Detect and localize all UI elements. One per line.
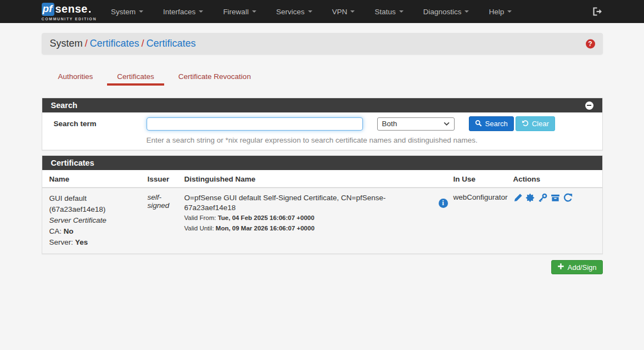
ca-label: CA:: [49, 227, 62, 235]
valid-from-label: Valid From:: [184, 214, 216, 221]
valid-from-line: Valid From: Tue, 04 Feb 2025 16:06:07 +0…: [184, 213, 448, 223]
column-header-distinguished-name: Distinguished Name: [183, 170, 452, 188]
cell-in-use: webConfigurator: [452, 188, 512, 253]
renew-repeat-icon[interactable]: [563, 193, 573, 202]
nav-item-firewall[interactable]: Firewall: [213, 0, 266, 23]
cell-issuer: self-signed: [147, 188, 183, 253]
column-header-name: Name: [42, 170, 147, 188]
undo-icon: [522, 120, 529, 128]
valid-until-label: Valid Until:: [184, 225, 214, 232]
caret-down-icon: [464, 10, 469, 13]
pfsense-logo-pf: pf: [42, 3, 55, 16]
column-header-issuer: Issuer: [147, 170, 183, 188]
nav-item-vpn[interactable]: VPN: [322, 0, 365, 23]
pfsense-logo-tagline: COMMUNITY EDITION: [42, 17, 97, 21]
search-panel-body: Search term Both Search: [42, 112, 602, 150]
caret-down-icon: [199, 10, 203, 13]
tab-bar: Authorities Certificates Certificate Rev…: [42, 69, 603, 86]
certificate-name: GUI default (67a23aef14e18): [49, 193, 142, 215]
edit-pencil-icon[interactable]: [513, 193, 523, 202]
search-type-select[interactable]: Both: [377, 117, 455, 131]
plus-icon: [557, 263, 564, 272]
search-form-row: Search term Both Search: [42, 116, 602, 131]
search-term-label: Search term: [42, 120, 147, 128]
nav-item-diagnostics[interactable]: Diagnostics: [413, 0, 479, 23]
search-button-label: Search: [485, 120, 508, 128]
server-label: Server:: [49, 238, 74, 246]
chevron-down-icon: [444, 122, 450, 126]
search-button[interactable]: Search: [469, 116, 514, 131]
caret-down-icon: [308, 10, 312, 13]
breadcrumb-root: System: [50, 38, 83, 49]
cell-name: GUI default (67a23aef14e18) Server Certi…: [42, 188, 147, 253]
pfsense-logo-sense: sense: [55, 3, 87, 15]
certificates-panel-title: Certificates: [51, 159, 94, 167]
search-type-selected-value: Both: [382, 120, 397, 128]
search-hint-text: Enter a search string or *nix regular ex…: [147, 136, 602, 144]
export-certificate-seal-icon[interactable]: [525, 193, 535, 202]
nav-item-diagnostics-label: Diagnostics: [423, 8, 462, 16]
nav-item-system-label: System: [111, 8, 136, 16]
caret-down-icon: [252, 10, 256, 13]
valid-from-value: Tue, 04 Feb 2025 16:06:07 +0000: [218, 214, 315, 221]
navbar-menu: System Interfaces Firewall Services VPN …: [101, 0, 522, 23]
certificate-server-flag: Server: Yes: [49, 237, 142, 248]
search-panel-header: Search: [42, 98, 602, 112]
certificate-type: Server Certificate: [49, 215, 142, 226]
navbar-inner: pfsense COMMUNITY EDITION System Interfa…: [42, 0, 603, 23]
column-header-actions: Actions: [512, 170, 602, 188]
table-row: GUI default (67a23aef14e18) Server Certi…: [42, 188, 602, 253]
dn-line: O=pfSense GUI default Self-Signed Certif…: [184, 193, 448, 213]
search-panel-title: Search: [51, 101, 77, 110]
nav-item-interfaces-label: Interfaces: [163, 8, 195, 16]
brand-dot: [89, 11, 91, 13]
export-key-icon[interactable]: [538, 193, 547, 202]
clear-button[interactable]: Clear: [516, 116, 555, 131]
pfsense-logo-wordmark: pfsense: [42, 3, 97, 16]
help-icon[interactable]: ?: [586, 39, 595, 48]
certificates-panel: Certificates Name Issuer Distinguished N…: [42, 155, 603, 254]
certificates-panel-header: Certificates: [42, 156, 602, 170]
cell-distinguished-name: O=pfSense GUI default Self-Signed Certif…: [183, 188, 452, 253]
collapse-minus-icon[interactable]: [585, 101, 593, 110]
caret-down-icon: [507, 10, 512, 13]
add-sign-button[interactable]: Add/Sign: [551, 260, 603, 274]
certificates-table: Name Issuer Distinguished Name In Use Ac…: [42, 170, 602, 253]
breadcrumb-separator: /: [139, 38, 147, 49]
nav-item-interfaces[interactable]: Interfaces: [153, 0, 213, 23]
search-panel: Search Search term Both Search: [42, 98, 603, 150]
breadcrumb-link-certificates[interactable]: Certificates: [90, 38, 139, 49]
caret-down-icon: [350, 10, 355, 13]
nav-item-help[interactable]: Help: [479, 0, 522, 23]
sign-out-icon[interactable]: [592, 7, 603, 16]
tab-certificate-revocation[interactable]: Certificate Revocation: [169, 69, 261, 86]
add-sign-button-label: Add/Sign: [568, 263, 597, 272]
nav-item-vpn-label: VPN: [332, 8, 348, 16]
cell-actions: [512, 188, 602, 253]
server-value: Yes: [75, 238, 88, 246]
tab-certificates[interactable]: Certificates: [107, 69, 164, 86]
search-icon: [475, 120, 482, 128]
breadcrumb-separator: /: [83, 38, 90, 49]
dn-text: O=pfSense GUI default Self-Signed Certif…: [184, 193, 431, 213]
breadcrumb-link-certificates-page[interactable]: Certificates: [147, 38, 196, 49]
nav-item-firewall-label: Firewall: [223, 8, 249, 16]
export-p12-archive-icon[interactable]: [551, 193, 560, 202]
footer-actions: Add/Sign: [42, 260, 603, 274]
breadcrumb: System/Certificates/Certificates ?: [42, 33, 603, 54]
nav-item-status[interactable]: Status: [365, 0, 413, 23]
search-input[interactable]: [147, 117, 363, 131]
nav-item-services-label: Services: [276, 8, 305, 16]
nav-item-services[interactable]: Services: [266, 0, 322, 23]
ca-value: No: [64, 227, 74, 235]
nav-item-help-label: Help: [489, 8, 504, 16]
top-navbar: pfsense COMMUNITY EDITION System Interfa…: [0, 0, 644, 23]
valid-until-line: Valid Until: Mon, 09 Mar 2026 16:06:07 +…: [184, 223, 448, 234]
valid-until-value: Mon, 09 Mar 2026 16:06:07 +0000: [216, 225, 315, 232]
info-icon[interactable]: i: [439, 199, 448, 208]
caret-down-icon: [399, 10, 404, 13]
tab-authorities[interactable]: Authorities: [48, 69, 103, 86]
clear-button-label: Clear: [532, 120, 549, 128]
pfsense-logo[interactable]: pfsense COMMUNITY EDITION: [42, 3, 97, 21]
nav-item-system[interactable]: System: [101, 0, 153, 23]
